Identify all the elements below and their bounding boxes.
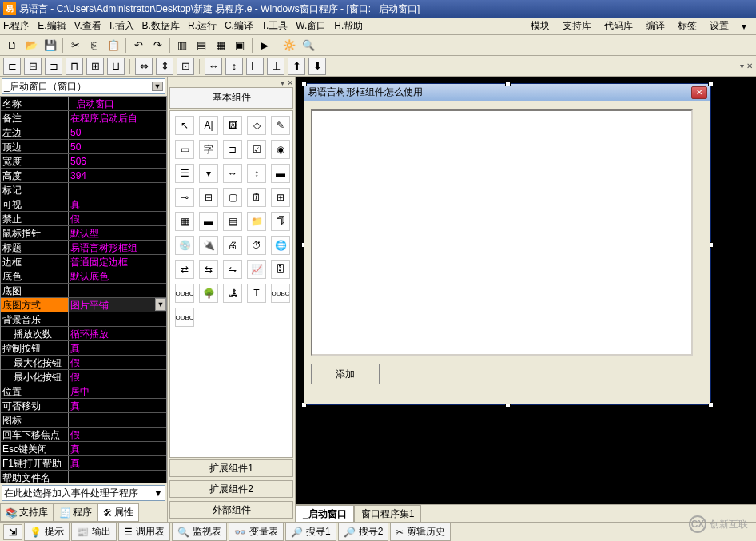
odbc2-icon[interactable]: ODBC (271, 284, 290, 303)
hscroll-icon[interactable]: ↔ (223, 164, 242, 183)
property-row[interactable]: 底图 (1, 284, 166, 298)
property-value[interactable]: 394 (69, 169, 166, 182)
group-icon[interactable]: ▭ (175, 140, 194, 159)
property-value[interactable]: 默认型 (69, 226, 166, 240)
form-designer-canvas[interactable]: 易语言树形框组件怎么使用 ✕ 添加 _启动窗口 窗口程序集1 (296, 77, 756, 522)
property-value[interactable]: 默认底色 (69, 269, 166, 283)
property-value[interactable]: 假 (69, 428, 166, 441)
property-row[interactable]: 位置居中 (1, 384, 166, 399)
textbox-icon[interactable]: 字 (199, 140, 218, 159)
radio-icon[interactable]: ◉ (271, 140, 290, 159)
timer-icon[interactable]: ⏱ (247, 236, 266, 255)
progress-icon[interactable]: ▬ (271, 164, 290, 183)
link-tags[interactable]: 标签 (678, 19, 697, 33)
design-client-area[interactable]: 添加 (304, 101, 710, 404)
property-row[interactable]: 宽度506 (1, 154, 166, 169)
chevron-down-icon[interactable]: ▼ (152, 82, 163, 91)
property-value[interactable]: 真 (69, 197, 166, 211)
treeview-control[interactable] (311, 109, 693, 356)
property-value[interactable] (69, 183, 166, 197)
property-row[interactable]: 可否移动真 (1, 399, 166, 413)
same-height-icon[interactable]: ⇕ (156, 58, 173, 75)
property-value[interactable]: 假 (69, 212, 166, 225)
toolbar-pin-icon[interactable]: ▾ ✕ (740, 62, 753, 70)
same-width-icon[interactable]: ⇔ (135, 58, 153, 75)
new-icon[interactable]: 🗋 (3, 37, 21, 54)
property-row[interactable]: 最小化按钮假 (1, 370, 166, 384)
tab-calltable[interactable]: ☰ 调用表 (118, 523, 170, 541)
menu-compile[interactable]: C.编译 (225, 19, 253, 33)
align-center-icon[interactable]: ⊟ (24, 58, 42, 75)
property-row[interactable]: 标题易语言树形框组 (1, 241, 166, 255)
property-row[interactable]: 背景音乐 (1, 312, 166, 327)
align-right-icon[interactable]: ⊐ (45, 58, 62, 75)
image-icon[interactable]: 🏞 (223, 284, 242, 303)
send-back-icon[interactable]: ⬇ (308, 58, 326, 75)
checkbox-icon[interactable]: ☑ (247, 140, 266, 159)
expand-icon[interactable]: ⇲ (3, 524, 22, 540)
property-value[interactable]: 循环播放 (69, 327, 166, 340)
pointer-icon[interactable]: ↖ (175, 116, 194, 135)
odbc1-icon[interactable]: ODBC (175, 284, 194, 303)
dropdown-icon[interactable]: ▾ (742, 21, 746, 32)
redo-icon[interactable]: ↷ (149, 37, 166, 54)
chevron-down-icon[interactable]: ▼ (155, 298, 166, 311)
tab-find1[interactable]: 🔎 搜寻1 (285, 523, 336, 541)
add-button[interactable]: 添加 (311, 364, 380, 384)
property-row[interactable]: 名称_启动窗口 (1, 97, 166, 111)
toolbar-icon[interactable]: ▬ (199, 212, 218, 231)
property-value[interactable]: 易语言树形框组 (69, 241, 166, 254)
property-value[interactable]: 真 (69, 442, 166, 455)
property-value[interactable] (69, 312, 166, 326)
property-row[interactable]: 顶边50 (1, 140, 166, 154)
frame-icon[interactable]: ▢ (223, 188, 242, 207)
tab-vars[interactable]: 👓 变量表 (229, 523, 284, 541)
sock3-icon[interactable]: ⇋ (223, 260, 242, 279)
property-value[interactable] (69, 413, 166, 427)
net-icon[interactable]: 🌐 (271, 236, 290, 255)
menu-tools[interactable]: T.工具 (261, 19, 288, 33)
property-row[interactable]: 可视真 (1, 197, 166, 212)
property-row[interactable]: 图标 (1, 413, 166, 428)
align-middle-icon[interactable]: ⊞ (86, 58, 104, 75)
property-row[interactable]: 左边50 (1, 125, 166, 140)
cut-icon[interactable]: ✂ (66, 37, 84, 54)
property-grid[interactable]: 名称_启动窗口备注在程序启动后自左边50顶边50宽度506高度394标记可视真禁… (0, 96, 167, 483)
draw-icon[interactable]: ✎ (271, 116, 290, 135)
paste-icon[interactable]: 📋 (105, 37, 122, 54)
property-row[interactable]: 边框普通固定边框 (1, 255, 166, 269)
dir-icon[interactable]: 📁 (247, 212, 266, 231)
copy-icon[interactable]: ⎘ (86, 37, 103, 54)
tab-output[interactable]: 📰 输出 (71, 523, 117, 541)
align-left-icon[interactable]: ⊏ (3, 58, 21, 75)
tab-watch[interactable]: 🔍 监视表 (172, 523, 227, 541)
imagebtn-icon[interactable]: 🗓 (247, 188, 266, 207)
richedit-icon[interactable]: T (247, 284, 266, 303)
property-row[interactable]: 播放次数循环播放 (1, 327, 166, 341)
property-row[interactable]: 控制按钮真 (1, 341, 166, 356)
property-row[interactable]: 回车下移焦点假 (1, 428, 166, 442)
align-top-icon[interactable]: ⊓ (66, 58, 83, 75)
property-value[interactable]: 普通固定边框 (69, 255, 166, 269)
vspace-icon[interactable]: ↕ (225, 58, 243, 75)
property-row[interactable]: 底色默认底色 (1, 269, 166, 284)
hspace-icon[interactable]: ↔ (205, 58, 222, 75)
property-value[interactable]: 假 (69, 356, 166, 369)
property-value[interactable]: 假 (69, 370, 166, 384)
open-icon[interactable]: 📂 (22, 37, 40, 54)
ext2-button[interactable]: 扩展组件2 (169, 480, 293, 498)
menu-program[interactable]: F.程序 (3, 19, 30, 33)
find-icon[interactable]: 🔍 (300, 37, 317, 54)
property-row[interactable]: 鼠标指针默认型 (1, 226, 166, 241)
combo-icon[interactable]: ▾ (199, 164, 218, 183)
event-selector[interactable]: 在此处选择加入事件处理子程序▼ (2, 485, 165, 501)
sock2-icon[interactable]: ⇆ (199, 260, 218, 279)
layout2-icon[interactable]: ▤ (193, 37, 210, 54)
layout3-icon[interactable]: ▦ (212, 37, 229, 54)
status-icon[interactable]: ▤ (223, 212, 242, 231)
property-value[interactable] (69, 471, 166, 483)
menu-database[interactable]: B.数据库 (142, 19, 180, 33)
undo-icon[interactable]: ↶ (129, 37, 147, 54)
tab-hint[interactable]: 💡 提示 (24, 523, 70, 541)
chart-icon[interactable]: 📈 (247, 260, 266, 279)
